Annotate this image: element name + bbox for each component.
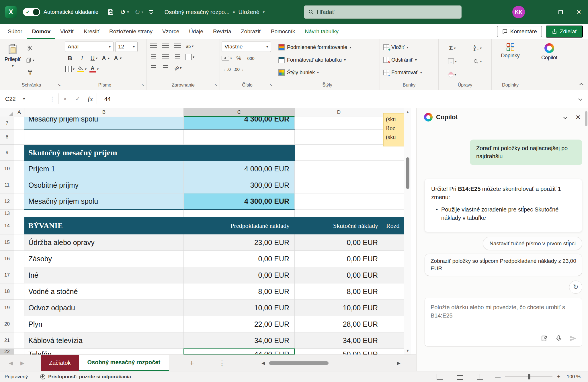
sheet-tab-rozpocet-active[interactable]: Osobný mesačný rozpočet	[79, 355, 169, 371]
select-all-corner[interactable]	[0, 108, 14, 117]
row-header[interactable]: 7	[0, 117, 14, 130]
row-header[interactable]: 20	[0, 316, 14, 332]
housing-actual-cell[interactable]: 0,00 EUR	[295, 234, 383, 251]
comment-note[interactable]: (sku Roz (sku	[383, 113, 404, 146]
accessibility-status[interactable]: Prístupnosť: pozrite si odporúčania	[40, 374, 131, 380]
conditional-formatting-button[interactable]: Podmienené formátovanie ▾	[277, 41, 378, 54]
income-section-header[interactable]: Skutočný mesačný príjem	[24, 145, 295, 161]
document-title-group[interactable]: Osobný mesačný rozpo... • Uložené ▾	[165, 9, 265, 15]
zoom-level[interactable]: 100 %	[567, 374, 581, 380]
housing-label-cell[interactable]: Telefón	[24, 349, 184, 354]
cell[interactable]	[383, 251, 404, 267]
find-select-button[interactable]: ▾	[466, 56, 490, 66]
sheet-tab-zaciatok[interactable]: Začiatok	[41, 355, 79, 371]
comma-style-button[interactable]: 000	[246, 53, 256, 63]
cell[interactable]	[383, 234, 404, 251]
cell-b7[interactable]: Mesačný príjem spolu	[24, 117, 184, 130]
tab-table-design[interactable]: Návrh tabuľky	[300, 24, 343, 39]
cell[interactable]	[383, 193, 404, 210]
zoom-out-button[interactable]: —	[495, 374, 501, 380]
font-size-combo[interactable]: 12▾	[115, 42, 138, 52]
font-color-button[interactable]: A ▾	[89, 64, 99, 74]
housing-actual-cell[interactable]: 0,00 EUR	[295, 267, 383, 283]
suggestion-chip-bold-first-column[interactable]: Nastaviť tučné písmo v prvom stĺpci	[483, 237, 582, 250]
vertical-scrollbar[interactable]: ▲ ▼	[404, 108, 411, 354]
cell[interactable]	[383, 210, 404, 217]
align-center-button[interactable]	[161, 52, 171, 62]
cell[interactable]	[14, 130, 24, 145]
income-total-label-cell[interactable]: Mesačný príjem spolu	[24, 193, 184, 210]
cell[interactable]	[14, 283, 24, 300]
housing-table-header[interactable]: BÝVANIE Predpokladané náklady Skutočné n…	[24, 217, 404, 234]
customize-toolbar-button[interactable]	[149, 10, 153, 14]
income-value-cell[interactable]: 4 000,00 EUR	[184, 161, 295, 177]
page-break-view-button[interactable]	[477, 374, 483, 380]
selected-cell-c22[interactable]: 44,00 EUR	[184, 349, 295, 354]
column-header-c[interactable]: C	[184, 108, 295, 117]
housing-label-cell[interactable]: Plyn	[24, 316, 184, 332]
tab-draw[interactable]: Kresliť	[79, 24, 104, 39]
cell-styles-button[interactable]: Štýly buniek ▾	[277, 66, 378, 79]
scroll-up-icon[interactable]: ▲	[404, 110, 411, 114]
row-header[interactable]: 19	[0, 300, 14, 316]
row-header[interactable]: 16	[0, 251, 14, 267]
housing-planned-cell[interactable]: 8,00 EUR	[184, 283, 295, 300]
cell[interactable]	[14, 210, 24, 217]
insert-cells-button[interactable]: + Vložiť ▾	[382, 41, 437, 54]
cell[interactable]	[24, 210, 184, 217]
cell[interactable]	[295, 117, 383, 130]
hscroll-left-icon[interactable]: ◀	[259, 355, 267, 371]
tab-page-layout[interactable]: Rozloženie strany	[104, 24, 157, 39]
page-layout-view-button[interactable]	[457, 374, 463, 380]
row-header[interactable]: 18	[0, 283, 14, 300]
cell[interactable]	[383, 145, 404, 161]
paste-button[interactable]: Prilepiť ▾	[2, 41, 24, 81]
borders-button[interactable]: ▾	[65, 64, 75, 74]
normal-view-button[interactable]	[437, 374, 443, 380]
collapse-ribbon-button[interactable]	[579, 83, 583, 87]
increase-font-button[interactable]: A▲	[101, 53, 111, 63]
delete-cells-button[interactable]: × Odstrániť ▾	[382, 54, 437, 66]
horizontal-scroll-thumb[interactable]	[269, 361, 329, 365]
enter-button[interactable]: ✓	[71, 95, 84, 102]
income-label-cell[interactable]: Príjem 1	[24, 161, 184, 177]
expand-formula-bar-button[interactable]	[578, 97, 582, 101]
cell[interactable]	[295, 130, 383, 145]
row-header[interactable]: 12	[0, 193, 14, 210]
tab-file[interactable]: Súbor	[3, 24, 27, 39]
row-header[interactable]: 15	[0, 234, 14, 251]
autosave-toggle[interactable]: ✓ Automatické ukladanie	[23, 8, 98, 16]
cell-c7[interactable]: 4 300,00 EUR	[184, 117, 295, 130]
income-value-cell[interactable]: 300,00 EUR	[184, 177, 295, 193]
housing-actual-cell[interactable]: 28,00 EUR	[295, 316, 383, 332]
tab-home[interactable]: Domov	[27, 24, 55, 39]
cell[interactable]	[14, 145, 24, 161]
decrease-font-button[interactable]: A▼	[113, 53, 123, 63]
search-bar[interactable]	[304, 5, 462, 19]
housing-actual-cell[interactable]: 50,00 EUR	[295, 349, 383, 354]
dialog-launcher-icon[interactable]: ↘	[269, 83, 273, 87]
autosum-button[interactable]: Σ▾	[440, 43, 464, 53]
accounting-format-button[interactable]: ▾	[222, 53, 232, 63]
cell[interactable]	[14, 300, 24, 316]
scroll-down-icon[interactable]: ▼	[404, 348, 411, 353]
number-format-combo[interactable]: Vlastné▾	[222, 42, 271, 52]
kebab-icon[interactable]: ⋮	[46, 95, 58, 102]
dialog-launcher-icon[interactable]: ↘	[57, 83, 61, 87]
housing-actual-cell[interactable]: 0,00 EUR	[295, 251, 383, 267]
column-header-d[interactable]: D	[295, 108, 383, 117]
underline-button[interactable]: U▾	[89, 53, 99, 63]
cell[interactable]	[14, 117, 24, 130]
cell[interactable]	[14, 217, 24, 234]
housing-planned-cell[interactable]: 0,00 EUR	[184, 267, 295, 283]
align-top-button[interactable]	[149, 41, 159, 51]
merge-center-button[interactable]: ▾	[185, 52, 195, 62]
column-header-b[interactable]: B	[24, 108, 184, 117]
tab-view[interactable]: Zobraziť	[236, 24, 266, 39]
align-middle-button[interactable]	[161, 41, 171, 51]
cell[interactable]	[14, 193, 24, 210]
cell[interactable]	[383, 283, 404, 300]
zoom-slider-knob[interactable]	[528, 374, 530, 379]
align-bottom-button[interactable]	[173, 41, 183, 51]
clear-button[interactable]: ▾	[440, 70, 464, 79]
